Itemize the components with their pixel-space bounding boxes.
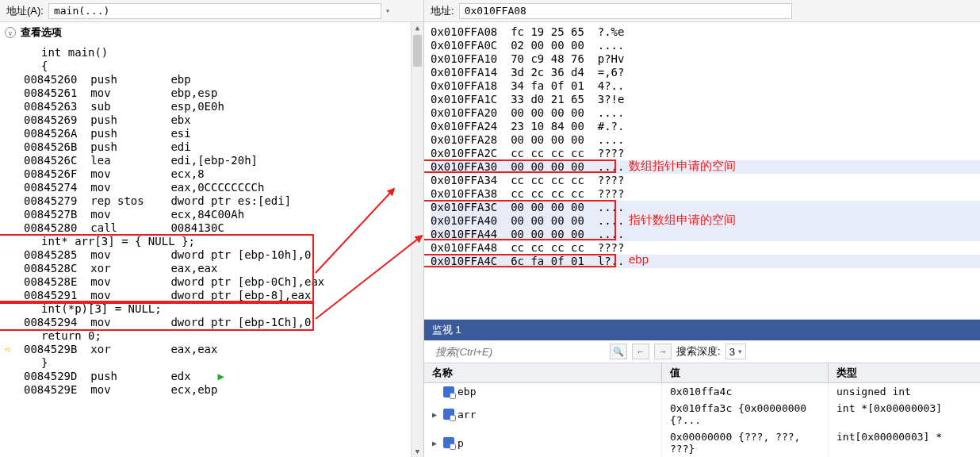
- var-value: 0x010ffa4c: [662, 383, 829, 400]
- watch-row[interactable]: ▶arr0x010ffa3c {0x00000000 {?...int *[0x…: [424, 400, 980, 428]
- memory-line[interactable]: 0x010FFA48 cc cc cc cc ????: [431, 241, 980, 255]
- disassembly-pane: 地址(A): ▾ v 查看选项 int main(){00845260 push…: [0, 0, 424, 457]
- variable-icon: [443, 409, 454, 420]
- disasm-line[interactable]: int main(): [24, 46, 423, 60]
- disasm-line[interactable]: 0084526F mov ecx,8: [24, 167, 423, 181]
- disasm-line[interactable]: 00845260 push ebp: [24, 73, 423, 86]
- col-name[interactable]: 名称: [424, 363, 662, 382]
- watch-row[interactable]: ebp0x010ffa4cunsigned int: [424, 383, 980, 400]
- memory-line[interactable]: 0x010FFA4C 6c fa 0f 01 l?..: [431, 255, 980, 268]
- memory-line[interactable]: 0x010FFA1C 33 d0 21 65 3?!e: [431, 93, 980, 106]
- col-value[interactable]: 值: [662, 363, 829, 382]
- disasm-line[interactable]: 00845269 push ebx: [24, 113, 423, 127]
- watch-search-row: 🔍 ← → 搜索深度: 3 ▾: [424, 340, 980, 363]
- var-type: unsigned int: [829, 383, 980, 400]
- play-icon: ▶: [217, 370, 224, 382]
- var-name: ebp: [457, 386, 476, 397]
- current-line-arrow-icon: ➪: [5, 343, 11, 355]
- tree-toggle-icon[interactable]: ▶: [432, 439, 440, 447]
- memory-line[interactable]: 0x010FFA10 70 c9 48 76 p?Hv: [431, 52, 980, 66]
- scroll-thumb-left[interactable]: [413, 35, 422, 67]
- disasm-line[interactable]: {: [24, 60, 423, 73]
- scroll-down-icon[interactable]: ▼: [412, 446, 423, 457]
- watch-panel: 监视 1 🔍 ← → 搜索深度: 3 ▾ 名称 值 类型 ebp0x010ffa…: [424, 319, 980, 457]
- watch-rows: ebp0x010ffa4cunsigned int▶arr0x010ffa3c …: [424, 383, 980, 457]
- memory-line[interactable]: 0x010FFA38 cc cc cc cc ????: [431, 187, 980, 201]
- search-icon[interactable]: 🔍: [610, 344, 627, 359]
- variable-icon: [443, 386, 454, 397]
- address-bar-right: 地址:: [424, 0, 980, 22]
- var-value: 0x010ffa3c {0x00000000 {?...: [662, 400, 829, 428]
- memory-pane: 地址: 0x010FFA08 fc 19 25 65 ?.%e0x010FFA0…: [424, 0, 980, 457]
- memory-line[interactable]: 0x010FFA18 34 fa 0f 01 4?..: [431, 79, 980, 93]
- col-type[interactable]: 类型: [829, 363, 980, 382]
- address-label-left: 地址(A):: [6, 4, 44, 18]
- disasm-line[interactable]: 00845261 mov ebp,esp: [24, 86, 423, 100]
- disasm-line[interactable]: 0084526C lea edi,[ebp-20h]: [24, 154, 423, 167]
- view-options-row[interactable]: v 查看选项: [0, 22, 423, 43]
- disasm-line[interactable]: 00845294 mov dword ptr [ebp-1Ch],0: [24, 316, 423, 329]
- watch-search-input[interactable]: [431, 344, 605, 359]
- disasm-line[interactable]: int(*p)[3] = NULL;: [24, 302, 423, 316]
- disasm-line[interactable]: return 0;: [24, 329, 423, 343]
- watch-title: 监视 1: [424, 320, 980, 340]
- watch-table-header: 名称 值 类型: [424, 363, 980, 383]
- memory-line[interactable]: 0x010FFA14 3d 2c 36 d4 =,6?: [431, 66, 980, 79]
- disasm-line[interactable]: 00845285 mov dword ptr [ebp-10h],0: [24, 248, 423, 262]
- address-label-right: 地址:: [431, 4, 454, 18]
- variable-icon: [443, 437, 454, 448]
- nav-left-icon[interactable]: ←: [632, 344, 649, 359]
- chevron-down-icon[interactable]: v: [5, 27, 16, 38]
- watch-row[interactable]: ▶p0x00000000 {???, ???, ???}int[0x000000…: [424, 428, 980, 457]
- var-value: 0x00000000 {???, ???, ???}: [662, 428, 829, 457]
- disasm-line[interactable]: }: [24, 356, 423, 370]
- annotation-ptr-array: 指针数组申请的空间: [629, 213, 736, 226]
- tree-toggle-icon[interactable]: ▶: [432, 410, 440, 419]
- disasm-line[interactable]: 00845291 mov dword ptr [ebp-8],eax: [24, 289, 423, 302]
- disasm-line[interactable]: 0084529E mov ecx,ebp: [24, 383, 423, 397]
- memory-line[interactable]: 0x010FFA08 fc 19 25 65 ?.%e: [431, 25, 980, 39]
- address-dropdown-left[interactable]: ▾: [381, 6, 394, 15]
- disasm-line[interactable]: 00845274 mov eax,0CCCCCCCCh: [24, 181, 423, 194]
- memory-line[interactable]: 0x010FFA44 00 00 00 00 ....: [431, 228, 980, 241]
- disasm-line[interactable]: int* arr[3] = { NULL };: [24, 235, 423, 248]
- disasm-line[interactable]: 00845263 sub esp,0E0h: [24, 100, 423, 113]
- annotation-array-ptr: 数组指针申请的空间: [629, 159, 736, 172]
- nav-right-icon[interactable]: →: [654, 344, 672, 359]
- depth-select[interactable]: 3 ▾: [725, 344, 746, 359]
- depth-label: 搜索深度:: [676, 344, 721, 359]
- var-name: p: [457, 437, 464, 449]
- disasm-line[interactable]: 00845279 rep stos dword ptr es:[edi]: [24, 194, 423, 208]
- disasm-line[interactable]: 0084529D push edx ▶: [24, 370, 423, 383]
- memory-line[interactable]: 0x010FFA28 00 00 00 00 ....: [431, 133, 980, 147]
- memory-line[interactable]: 0x010FFA20 00 00 00 00 ....: [431, 106, 980, 120]
- disasm-line[interactable]: 00845280 call 0084130C: [24, 221, 423, 235]
- address-input-left[interactable]: [48, 3, 381, 19]
- disassembly-area[interactable]: int main(){00845260 push ebp00845261 mov…: [0, 43, 423, 457]
- disasm-line[interactable]: 0084526B push edi: [24, 140, 423, 154]
- var-type: int[0x00000003] *: [829, 428, 980, 457]
- address-input-right[interactable]: [459, 3, 792, 19]
- memory-area[interactable]: 0x010FFA08 fc 19 25 65 ?.%e0x010FFA0C 02…: [424, 22, 980, 319]
- memory-line[interactable]: 0x010FFA0C 02 00 00 00 ....: [431, 39, 980, 52]
- disasm-line[interactable]: 0084526A push esi: [24, 127, 423, 140]
- memory-line[interactable]: 0x010FFA24 23 10 84 00 #.?.: [431, 120, 980, 133]
- annotation-ebp: ebp: [629, 252, 649, 266]
- var-type: int *[0x00000003]: [829, 400, 980, 428]
- var-name: arr: [457, 409, 476, 421]
- view-options-label: 查看选项: [21, 25, 62, 40]
- disasm-line[interactable]: 0084529B xor eax,eax: [24, 343, 423, 356]
- disasm-line[interactable]: 0084528C xor eax,eax: [24, 262, 423, 275]
- scroll-up-icon[interactable]: ▲: [412, 22, 423, 33]
- address-bar-left: 地址(A): ▾: [0, 0, 423, 22]
- memory-line[interactable]: 0x010FFA34 cc cc cc cc ????: [431, 174, 980, 187]
